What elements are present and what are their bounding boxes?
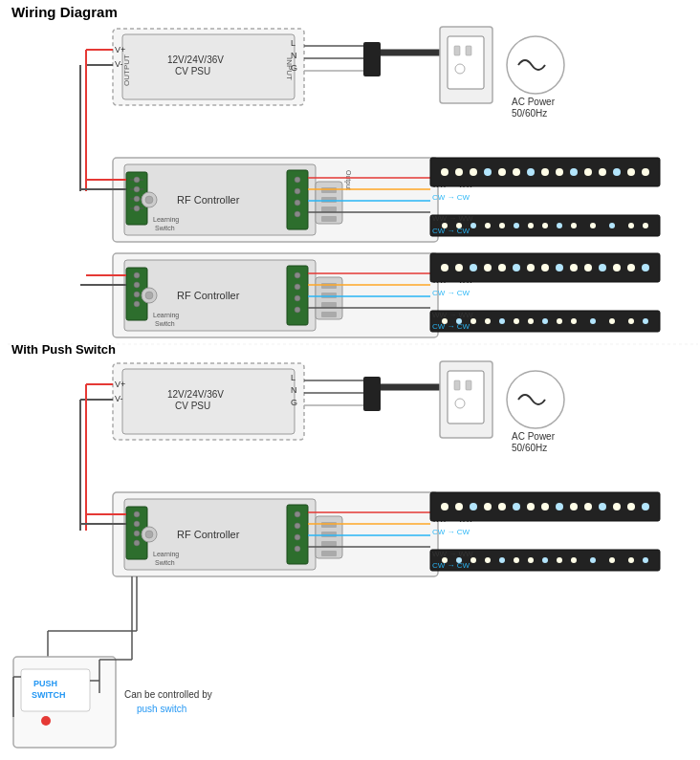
led-dot-b12 [609,223,615,228]
vminus-label-1: V- [115,59,123,69]
led3-dot-b13 [628,557,634,563]
led2-dot-15 [642,264,649,271]
led3-dot-b9 [557,557,562,563]
strip3-cw-label: CW → CW [432,528,470,536]
rf-label-1: RF Controller [177,194,240,206]
led2-dot-10 [570,264,578,271]
rf-ant2-line3 [321,302,337,308]
led-dot-b5 [499,223,505,228]
screw-3-3 [134,531,140,536]
led-dot-10 [570,168,578,176]
led3-dot-b8 [542,557,548,563]
cable-connector-1 [363,42,381,76]
psu-cv-label-1: CV PSU [175,66,210,76]
rf-ant2-line4 [321,312,337,317]
psu-cv-label-2: CV PSU [175,401,210,411]
led2-dot-13 [613,264,621,271]
screw-3-r3 [295,534,300,540]
led2-dot-5 [498,264,506,271]
led3-dot-b5 [499,557,505,563]
led-dot-3 [470,168,477,176]
led2-dot-b6 [514,318,519,324]
led2-dot-b7 [528,318,534,324]
push-switch-text-1: PUSH [33,679,57,688]
strip2-cw-label: CW → CW [432,289,470,297]
outlet-hole-right-1 [466,46,471,55]
led2-dot-1 [441,264,448,271]
screw-r4 [295,211,300,217]
push-switch-desc-2: push switch [137,704,186,714]
rf-ant2-line1 [321,283,337,289]
led-dot-b13 [628,223,634,228]
led2-dot-3 [470,264,477,271]
mount-inner-3 [145,531,153,538]
ac-tilde-2 [518,395,545,404]
led3-dot-b10 [571,557,577,563]
psu-label-1: 12V/24V/36V [167,54,224,65]
screw-r3 [295,200,300,206]
led-dot-12 [599,168,606,176]
led3-dot-b4 [485,557,491,563]
diagram-container: Wiring Diagram 12V/24V/36V CV PSU OUTPUT… [0,0,700,760]
screw-2-r4 [295,307,300,313]
led3-dot-14 [627,503,635,510]
led-dot-13 [613,168,621,176]
led-dot-2 [455,168,463,176]
led3-dot-7 [527,503,535,510]
rf-ant3-line2 [321,532,337,537]
led-dot-b6 [514,223,519,228]
screw-2-1 [134,272,140,278]
vplus-label-2: V+ [115,380,125,389]
led-dot-b3 [470,223,476,228]
g-label-2: G [291,398,297,407]
led-dot-6 [513,168,520,176]
led-dot-b9 [557,223,562,228]
led3-dot-9 [556,503,563,510]
switch-label-3: Switch [155,559,175,566]
led-dot-4 [484,168,492,176]
led2-dot-8 [541,264,549,271]
led3-dot-1 [441,503,448,510]
led3-dot-4 [484,503,492,510]
led3-dot-15 [642,503,649,510]
led3-dot-b6 [514,557,519,563]
ac-circle-2 [507,371,564,428]
led2-dot-b4 [485,318,491,324]
ac-hz-label-2: 50/60Hz [512,443,547,453]
rf-label-3: RF Controller [177,529,240,540]
screw-2-r2 [295,284,300,290]
output-rf-label-1: Output [344,170,352,190]
outlet-inner-2 [448,371,484,423]
l-label-2: L [291,373,295,382]
led-dot-11 [584,168,592,176]
page-title: Wiring Diagram [11,4,118,20]
n-label-2: N [291,385,297,395]
screw-3 [134,196,140,202]
led-dot-5 [498,168,506,176]
led-dot-b8 [542,223,548,228]
vplus-label-1: V+ [115,45,125,54]
strip1-cw-label: CW → CW [432,193,470,202]
led-dot-b10 [571,223,577,228]
led2-dot-2 [455,264,463,271]
led-dot-1 [441,168,448,176]
mount-inner-2 [145,292,153,299]
strip3b-ww-label: WW → WW [432,550,473,558]
screw-1 [134,177,140,183]
learning-label-3: Learning [153,551,179,558]
psu-label-2: 12V/24V/36V [167,389,224,400]
led2-dot-12 [599,264,606,271]
screw-2-r3 [295,295,300,301]
strip2b-cw-label: CW → CW [432,322,470,331]
outlet-inner-1 [448,36,484,89]
led3-dot-b7 [528,557,534,563]
led3-dot-12 [599,503,606,510]
led-dot-15 [642,168,649,176]
led-dot-b11 [590,223,596,228]
screw-2 [134,186,140,192]
ac-power-label-2: AC Power [512,431,556,442]
led3-dot-b11 [590,557,596,563]
rf-label-2: RF Controller [177,290,240,301]
led2-dot-b8 [542,318,548,324]
led3-dot-5 [498,503,506,510]
